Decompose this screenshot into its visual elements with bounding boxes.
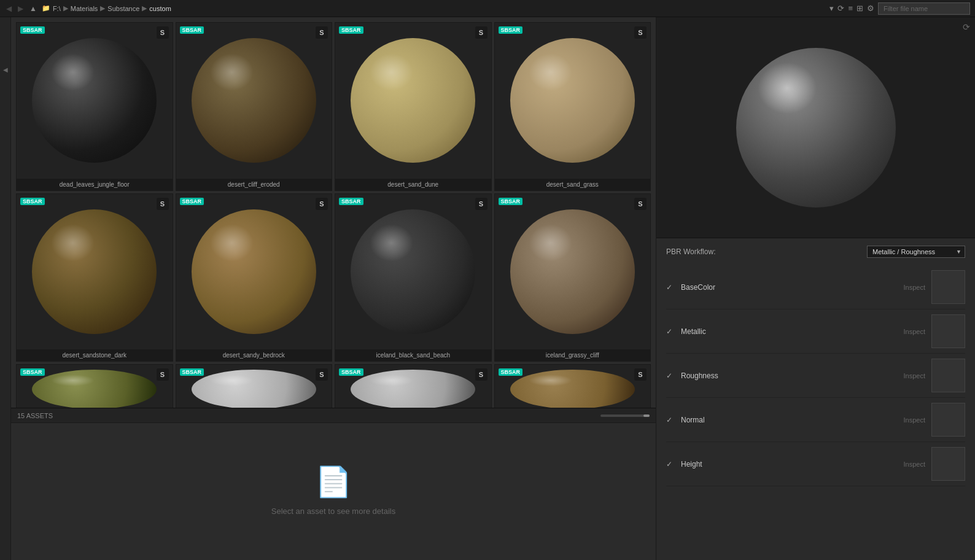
channel-check-height[interactable]: ✓ [666, 460, 675, 469]
asset-sphere [192, 370, 316, 408]
preview-refresh-icon[interactable]: ⟳ [963, 22, 970, 32]
pbr-header: PBR Workflow: Metallic / Roughness Specu… [666, 246, 965, 258]
asset-thumbnail: SBSARS [495, 23, 651, 179]
channel-check-metallic[interactable]: ✓ [666, 327, 675, 336]
sbsar-badge: SBSAR [180, 368, 204, 376]
asset-name: iceland_black_sand_beach [335, 349, 491, 361]
channel-row-metallic: ✓MetallicInspect [666, 309, 965, 354]
channel-preview-height [931, 447, 965, 481]
left-sidebar: ◀ [0, 17, 11, 560]
pbr-workflow-dropdown[interactable]: Metallic / Roughness Specular / Glossine… [867, 246, 965, 258]
sbsar-badge: SBSAR [20, 368, 45, 376]
channel-check-normal[interactable]: ✓ [666, 416, 675, 424]
channel-row-normal: ✓NormalInspect [666, 398, 965, 442]
pbr-dropdown-wrapper[interactable]: Metallic / Roughness Specular / Glossine… [867, 246, 965, 258]
channel-inspect-metallic[interactable]: Inspect [895, 328, 925, 335]
sbsar-badge: SBSAR [339, 26, 363, 34]
substance-icon: S [316, 368, 328, 381]
main-layout: ◀ SBSARSdead_leaves_jungle_floorSBSARSde… [0, 17, 975, 560]
pbr-workflow-label: PBR Workflow: [666, 247, 715, 256]
sbsar-badge: SBSAR [20, 198, 45, 205]
asset-thumbnail: SBSARS [495, 365, 651, 408]
sbsar-badge: SBSAR [499, 368, 523, 376]
asset-sphere [510, 370, 635, 408]
channel-name-metallic: Metallic [681, 327, 888, 336]
asset-sphere [510, 209, 635, 334]
channel-row-roughness: ✓RoughnessInspect [666, 354, 965, 398]
substance-icon: S [157, 26, 169, 39]
nav-up-button[interactable]: ▲ [28, 4, 38, 13]
asset-sphere [32, 370, 157, 408]
asset-item[interactable]: SBSARSdesert_cliff_eroded [176, 22, 333, 191]
asset-item[interactable]: SBSARSdead_leaves_jungle_floor [16, 22, 173, 191]
sbsar-badge: SBSAR [499, 26, 523, 34]
channel-preview-normal [931, 403, 965, 437]
substance-icon: S [634, 26, 647, 39]
substance-icon: S [634, 198, 647, 210]
asset-sphere [32, 38, 157, 163]
list-view-icon[interactable]: ≡ [848, 4, 853, 13]
asset-name: dead_leaves_jungle_floor [17, 179, 173, 190]
asset-item[interactable]: SBSARS [16, 364, 173, 408]
breadcrumb-part-1[interactable]: F:\ [53, 5, 61, 12]
asset-thumbnail: SBSARS [176, 194, 332, 350]
asset-thumbnail: SBSARS [176, 23, 332, 179]
breadcrumb-part-3[interactable]: Substance [107, 5, 139, 12]
asset-item[interactable]: SBSARS [335, 364, 492, 408]
asset-thumbnail: SBSARS [335, 194, 491, 350]
asset-item[interactable]: SBSARSdesert_sand_grass [494, 22, 651, 191]
nav-forward-button[interactable]: ▶ [17, 4, 25, 13]
substance-icon: S [634, 368, 647, 381]
breadcrumb-part-2[interactable]: Materials [71, 5, 98, 12]
asset-item[interactable]: SBSARSiceland_black_sand_beach [335, 193, 492, 362]
asset-thumbnail: SBSARS [335, 23, 491, 179]
nav-back-button[interactable]: ◀ [5, 4, 13, 13]
asset-sphere [32, 209, 157, 334]
asset-grid-container[interactable]: SBSARSdead_leaves_jungle_floorSBSARSdese… [11, 17, 656, 408]
top-bar-actions: ▾ ⟳ ≡ ⊞ ⚙ [829, 2, 970, 15]
substance-icon: S [157, 198, 169, 210]
refresh-icon[interactable]: ⟳ [837, 4, 844, 13]
channel-inspect-basecolor[interactable]: Inspect [895, 284, 925, 291]
channel-check-roughness[interactable]: ✓ [666, 371, 675, 380]
preview-sphere [736, 48, 896, 208]
asset-sphere [351, 209, 475, 334]
sbsar-badge: SBSAR [499, 198, 523, 205]
filter-input[interactable] [878, 2, 970, 15]
sbsar-badge: SBSAR [339, 368, 363, 376]
preview-area: ⟳ [656, 17, 975, 238]
channel-inspect-normal[interactable]: Inspect [895, 416, 925, 424]
breadcrumb: 📁 F:\ ▶ Materials ▶ Substance ▶ custom [42, 4, 826, 12]
substance-icon: S [316, 26, 328, 39]
channel-inspect-height[interactable]: Inspect [895, 461, 925, 468]
asset-thumbnail: SBSARS [176, 365, 332, 408]
settings-icon[interactable]: ⚙ [867, 4, 874, 13]
asset-name: desert_sand_grass [495, 179, 651, 190]
asset-thumbnail: SBSARS [17, 365, 173, 408]
top-bar: ◀ ▶ ▲ 📁 F:\ ▶ Materials ▶ Substance ▶ cu… [0, 0, 975, 17]
channel-name-basecolor: BaseColor [681, 283, 888, 292]
asset-item[interactable]: SBSARSdesert_sandstone_dark [16, 193, 173, 362]
assets-count: 15 ASSETS [17, 412, 53, 419]
sidebar-collapse-button[interactable]: ◀ [2, 66, 9, 73]
breadcrumb-part-4[interactable]: custom [149, 5, 171, 12]
asset-item[interactable]: SBSARSdesert_sandy_bedrock [176, 193, 333, 362]
channel-check-basecolor[interactable]: ✓ [666, 283, 675, 292]
grid-view-icon[interactable]: ⊞ [857, 4, 863, 13]
asset-name: desert_sand_dune [335, 179, 491, 190]
dropdown-arrow-icon[interactable]: ▾ [829, 4, 834, 13]
channel-inspect-roughness[interactable]: Inspect [895, 372, 925, 379]
asset-item[interactable]: SBSARS [176, 364, 333, 408]
asset-item[interactable]: SBSARSdesert_sand_dune [335, 22, 492, 191]
sbsar-badge: SBSAR [180, 26, 204, 34]
empty-text: Select an asset to see more details [271, 507, 395, 516]
asset-sphere [351, 38, 475, 163]
scroll-indicator[interactable] [600, 414, 650, 417]
asset-item[interactable]: SBSARS [494, 364, 651, 408]
empty-icon: 📄 [315, 465, 352, 499]
empty-area: 📄 Select an asset to see more details [11, 422, 656, 558]
asset-name: desert_sandy_bedrock [176, 349, 332, 361]
asset-sphere [351, 370, 475, 408]
asset-thumbnail: SBSARS [495, 194, 651, 350]
asset-item[interactable]: SBSARSiceland_grassy_cliff [494, 193, 651, 362]
